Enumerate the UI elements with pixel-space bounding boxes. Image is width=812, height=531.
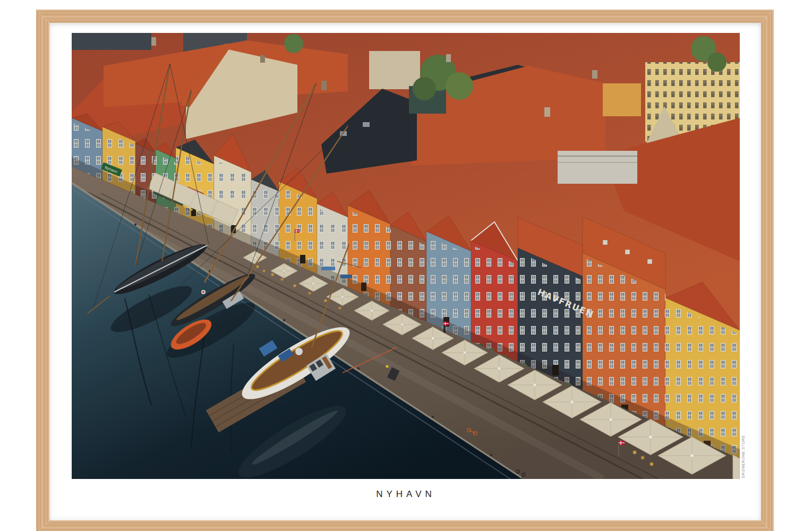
photographer-credit: DRONERUNE.STORE bbox=[741, 435, 745, 478]
frame-bar-bottom bbox=[36, 520, 774, 531]
poster-caption: NYHAVN bbox=[72, 489, 740, 500]
wood-frame: NYH HAVFRUEN bbox=[36, 10, 774, 531]
nyhavn-photo: NYH HAVFRUEN bbox=[72, 33, 740, 479]
poster-paper: NYH HAVFRUEN bbox=[49, 23, 761, 520]
frame-bar-right bbox=[760, 10, 774, 531]
frame-bar-left bbox=[36, 10, 49, 531]
nyhavn-photo-svg: NYH HAVFRUEN bbox=[72, 33, 740, 479]
poster-mockup: NYH HAVFRUEN bbox=[0, 0, 812, 531]
frame-bar-top bbox=[36, 10, 774, 23]
photo-vignette bbox=[72, 33, 740, 479]
